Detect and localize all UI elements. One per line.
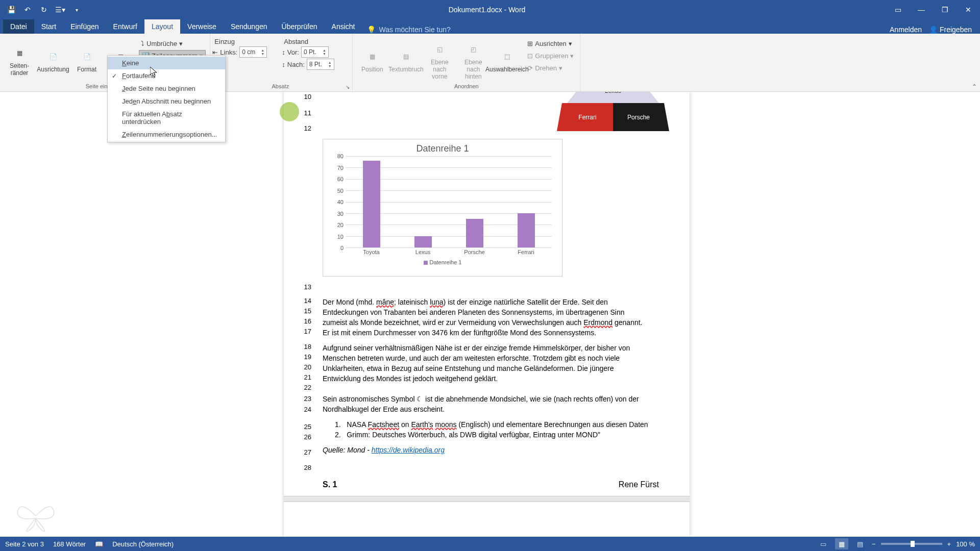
spacing-before-icon: ↕ <box>282 48 285 56</box>
zoom-slider[interactable] <box>881 543 942 545</box>
chart-bar <box>414 236 432 247</box>
breaks-button[interactable]: ⤵ Umbrüche ▾ <box>139 38 206 49</box>
spacing-header: Abstand <box>282 38 348 45</box>
tab-start[interactable]: Start <box>34 19 64 34</box>
group-paragraph: Einzug ⇤ Links: 0 cm▲▼ ⇥Rechts: 0 cm▲▼ A… <box>210 34 353 91</box>
selection-pane-button[interactable]: ⬚ Auswahlbereich <box>492 36 522 83</box>
line-numbers-dropdown: Keine ✓Fortlaufend Jede Seite neu beginn… <box>107 55 226 142</box>
window-controls: ▭ — ❐ ✕ <box>886 0 980 19</box>
bring-forward-button: ◱ Ebene nach vorne <box>424 36 455 83</box>
signin-link[interactable]: Anmelden <box>890 26 922 34</box>
minimize-icon[interactable]: — <box>910 0 933 19</box>
lightbulb-icon: 💡 <box>367 26 376 34</box>
chart-legend: Datenreihe 1 <box>323 258 562 266</box>
check-icon: ✓ <box>112 72 117 80</box>
document-area[interactable]: 9 10 11 12 13 14 15 16 17 18 19 20 21 22… <box>0 92 980 537</box>
spacing-after-field[interactable]: ↕ Nach: 8 Pt.▲▼ <box>282 59 348 70</box>
tab-references[interactable]: Verweise <box>180 19 224 34</box>
view-read-icon[interactable]: ▭ <box>817 538 830 549</box>
rotate-button: ⟳ Drehen ▾ <box>525 62 576 73</box>
page-footer: S. 1 Rene Fürst <box>323 470 659 490</box>
page-break <box>284 496 690 502</box>
tab-layout[interactable]: Layout <box>144 19 180 34</box>
tell-me-search[interactable]: 💡 Was möchten Sie tun? <box>362 26 455 34</box>
maximize-icon[interactable]: ❐ <box>933 0 957 19</box>
dd-options[interactable]: Zeilennummerierungsoptionen... <box>108 128 225 141</box>
dd-none[interactable]: Keine <box>108 57 225 69</box>
align-button[interactable]: ⊞ Ausrichten ▾ <box>525 38 576 49</box>
paragraph-1: Der Mond (mhd. mâne; lateinisch luna) is… <box>323 297 659 338</box>
status-language[interactable]: Deutsch (Österreich) <box>112 540 174 548</box>
wrap-icon: ▤ <box>398 48 414 65</box>
status-bar: Seite 2 von 3 168 Wörter 📖 Deutsch (Öste… <box>0 537 980 551</box>
dd-continuous[interactable]: ✓Fortlaufend <box>108 69 225 82</box>
page: 9 10 11 12 13 14 15 16 17 18 19 20 21 22… <box>284 92 690 537</box>
comment-marker-icon[interactable] <box>280 102 299 121</box>
position-icon: ▦ <box>364 48 380 65</box>
ribbon-display-icon[interactable]: ▭ <box>886 0 910 19</box>
group-label-paragraph: Absatz <box>212 83 348 90</box>
svg-text:Ferrari: Ferrari <box>578 114 596 121</box>
group-button: ⊡ Gruppieren ▾ <box>525 50 576 61</box>
forward-icon: ◱ <box>431 41 448 58</box>
tab-view[interactable]: Ansicht <box>325 19 362 34</box>
dd-suppress[interactable]: Für aktuellen Absatz unterdrücken <box>108 108 225 128</box>
touch-mode-icon[interactable]: ☰▾ <box>53 3 67 17</box>
tab-design[interactable]: Entwurf <box>106 19 144 34</box>
chart-bar <box>518 213 535 247</box>
size-icon: 📄 <box>79 48 95 65</box>
status-page[interactable]: Seite 2 von 3 <box>5 540 44 548</box>
ribbon-tabs: Datei Start Einfügen Entwurf Layout Verw… <box>0 19 980 34</box>
numbered-list: 1. NASA Factsheet on Earth's moons (Engl… <box>323 419 659 440</box>
orientation-icon: 📄 <box>45 48 61 65</box>
butterfly-watermark-icon <box>15 498 56 534</box>
document-body[interactable]: Der Mond (mhd. mâne; lateinisch luna) is… <box>323 297 659 490</box>
paragraph-launcher-icon[interactable]: ↘ <box>344 83 351 90</box>
qat-customize-icon[interactable]: ▾ <box>69 3 84 17</box>
svg-text:Lexus: Lexus <box>605 92 621 94</box>
margins-button[interactable]: ▦ Seiten- ränder <box>4 36 35 83</box>
document-title: Dokument1.docx - Word <box>88 6 886 14</box>
close-icon[interactable]: ✕ <box>957 0 980 19</box>
zoom-out-icon[interactable]: − <box>872 540 876 548</box>
share-button[interactable]: 👤 Freigeben <box>929 26 972 34</box>
quick-access-toolbar: 💾 ↶ ↻ ☰▾ ▾ <box>0 3 88 17</box>
tab-review[interactable]: Überprüfen <box>275 19 325 34</box>
chart-title: Datenreihe 1 <box>323 139 562 156</box>
paragraph-2: Aufgrund seiner verhältnismäßigen Nähe i… <box>323 343 659 384</box>
view-web-icon[interactable]: ▤ <box>853 538 867 549</box>
zoom-level[interactable]: 100 % <box>956 540 975 548</box>
selection-icon: ⬚ <box>499 48 515 65</box>
save-icon[interactable]: 💾 <box>4 3 18 17</box>
spacing-before-field[interactable]: ↕ Vor: 0 Pt.▲▼ <box>282 46 348 58</box>
dd-restart-page[interactable]: Jede Seite neu beginnen <box>108 82 225 95</box>
status-proofing-icon[interactable]: 📖 <box>95 540 103 548</box>
footer-author: Rene Fürst <box>619 480 659 490</box>
send-backward-button: ◰ Ebene nach hinten <box>458 36 488 83</box>
dd-restart-section[interactable]: Jeden Abschnitt neu beginnen <box>108 95 225 108</box>
tell-me-placeholder: Was möchten Sie tun? <box>379 26 450 34</box>
redo-icon[interactable]: ↻ <box>37 3 51 17</box>
status-words[interactable]: 168 Wörter <box>53 540 86 548</box>
margins-icon: ▦ <box>11 45 28 61</box>
undo-icon[interactable]: ↶ <box>20 3 35 17</box>
chart-bar <box>466 219 483 247</box>
position-button: ▦ Position <box>357 36 387 83</box>
size-button[interactable]: 📄 Format <box>71 36 102 83</box>
source-line: Quelle: Mond - https://de.wikipedia.org <box>323 445 659 455</box>
group-label-arrange: Anordnen <box>357 83 576 90</box>
spacing-after-icon: ↕ <box>282 61 285 68</box>
zoom-in-icon[interactable]: + <box>947 540 951 548</box>
footer-page-num: S. 1 <box>323 480 337 490</box>
pyramid-chart: Lexus Porsche Ferrari <box>557 92 669 134</box>
bar-chart[interactable]: Datenreihe 1 01020304050607080 ToyotaLex… <box>323 139 562 277</box>
tab-file[interactable]: Datei <box>3 19 34 34</box>
indent-header: Einzug <box>212 38 279 45</box>
tab-insert[interactable]: Einfügen <box>63 19 106 34</box>
collapse-ribbon-icon[interactable]: ⌃ <box>972 83 977 90</box>
source-link[interactable]: https://de.wikipedia.org <box>372 446 445 454</box>
orientation-button[interactable]: 📄 Ausrichtung <box>38 36 68 83</box>
tab-mailings[interactable]: Sendungen <box>224 19 275 34</box>
chart-bar <box>363 161 380 247</box>
view-print-icon[interactable]: ▦ <box>835 538 848 549</box>
